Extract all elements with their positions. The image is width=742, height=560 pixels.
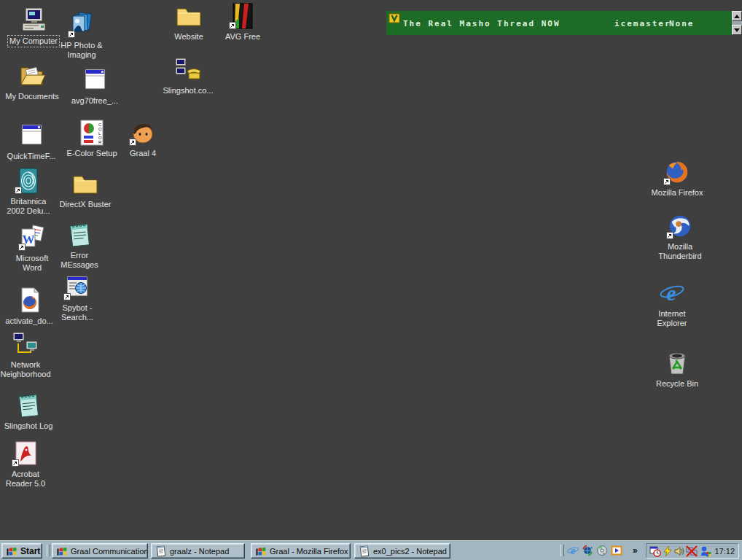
taskbar-window-button[interactable]: ex0_pics2 - Notepad bbox=[354, 543, 450, 559]
desktop-icon-label: Mozilla Thunderbird bbox=[657, 241, 703, 262]
desktop-icon-avg-free[interactable]: AVG Free bbox=[214, 1, 272, 42]
desktop-icon-internet-explorer[interactable]: eInternet Explorer bbox=[643, 279, 701, 329]
desktop-icon-label: HP Photo & Imaging bbox=[59, 40, 104, 61]
notepad-file-icon bbox=[359, 545, 370, 557]
recycle-icon bbox=[663, 349, 692, 376]
desktop-icon-avg70free[interactable]: avg70free_... bbox=[66, 66, 124, 106]
lightning-icon[interactable] bbox=[662, 545, 673, 557]
svg-text:e: e bbox=[666, 281, 676, 305]
taskbar-window-button[interactable]: graalz - Notepad bbox=[151, 543, 245, 559]
ticker-scrollbar[interactable] bbox=[732, 11, 742, 35]
taskbar-clock[interactable]: 17:12 bbox=[714, 547, 735, 556]
svg-text:e: e bbox=[571, 545, 575, 556]
notepad-file-icon bbox=[155, 545, 167, 557]
desktop-icon-label: Graal 4 bbox=[128, 148, 157, 159]
shortcut-arrow-icon bbox=[129, 139, 136, 146]
ticker-logo-icon bbox=[388, 12, 401, 24]
desktop-icon-website[interactable]: Website bbox=[160, 1, 218, 42]
globe-icon[interactable] bbox=[582, 545, 593, 556]
desktop-icon-mozilla-firefox[interactable]: Mozilla Firefox bbox=[648, 158, 706, 198]
taskbar-window-title: graalz - Notepad bbox=[170, 547, 229, 556]
desktop-icon-quicktimef[interactable]: QuickTimeF... bbox=[2, 121, 60, 162]
desktop-icon-label: Internet Explorer bbox=[656, 308, 689, 329]
desktop-icon-label: Britannica 2002 Delu... bbox=[5, 196, 51, 217]
desktop-icon-slingshot-log[interactable]: Slingshot Log bbox=[0, 391, 58, 432]
desktop-icon-label: Error MEssages bbox=[59, 250, 99, 271]
desktop-icon-label: QuickTimeF... bbox=[6, 151, 58, 162]
svg-text:R: R bbox=[98, 140, 102, 144]
firefox-icon bbox=[663, 158, 691, 185]
desktop-icon-mozilla-thunderbird[interactable]: Mozilla Thunderbird bbox=[651, 211, 709, 262]
ticker-status: None bbox=[669, 19, 695, 28]
computer-icon bbox=[19, 6, 48, 34]
thunderbird-icon bbox=[666, 211, 694, 239]
desktop-icon-britannica[interactable]: Britannica 2002 Delu... bbox=[0, 166, 58, 217]
desktop-icon-error-messages[interactable]: Error MEssages bbox=[50, 220, 109, 271]
start-button[interactable]: Start bbox=[1, 543, 42, 559]
desktop-icon-label: My Computer bbox=[8, 36, 59, 47]
desktop-icon-label: Network Neighborhood bbox=[0, 359, 52, 380]
desktop-icon-label: Website bbox=[173, 31, 205, 42]
shortcut-arrow-icon bbox=[666, 232, 673, 239]
taskbar-window-title: Graal Communication ... bbox=[71, 547, 148, 556]
shortcut-arrow-icon bbox=[229, 22, 236, 29]
ticker-window[interactable]: The Real Masho Thread NOW icemaster None bbox=[386, 11, 732, 35]
acrobat-icon bbox=[11, 439, 40, 467]
shortcut-arrow-icon bbox=[15, 187, 22, 194]
desktop-icon-label: Recycle Bin bbox=[655, 378, 700, 389]
network-offline-icon[interactable] bbox=[686, 545, 698, 557]
desktop-icon-acrobat-reader[interactable]: Acrobat Reader 5.0 bbox=[0, 439, 55, 489]
shortcut-arrow-icon bbox=[18, 244, 26, 251]
ticker-title: The Real Masho Thread NOW bbox=[403, 19, 561, 28]
graal-icon bbox=[128, 118, 157, 146]
internet-explorer-small-icon[interactable]: e bbox=[567, 545, 579, 556]
desktop: My ComputerHP Photo & ImagingWebsiteAVG … bbox=[0, 0, 742, 560]
desktop-icon-label: Acrobat Reader 5.0 bbox=[4, 469, 47, 489]
desktop-icon-label: E-Color Setup bbox=[65, 148, 118, 159]
desktop-icon-label: Slingshot.co... bbox=[161, 85, 214, 96]
desktop-icon-label: Microsoft Word bbox=[15, 253, 50, 273]
desktop-icon-label: DirectX Buster bbox=[58, 199, 113, 210]
desktop-icon-slingshot-co[interactable]: Slingshot.co... bbox=[159, 55, 217, 96]
folder-closed-icon bbox=[71, 169, 100, 197]
britannica-icon bbox=[14, 166, 43, 194]
down-arrow-icon bbox=[734, 28, 740, 32]
shortcut-arrow-icon bbox=[663, 178, 671, 185]
avg-icon bbox=[228, 1, 257, 29]
shortcut-arrow-icon bbox=[12, 459, 19, 467]
taskbar-window-title: Graal - Mozilla Firefox bbox=[270, 547, 348, 556]
desktop-icon-graal-4[interactable]: Graal 4 bbox=[114, 118, 172, 159]
desktop-icon-hp-photo-imaging[interactable]: HP Photo & Imaging bbox=[52, 10, 111, 61]
desktop-icon-label: Mozilla Firefox bbox=[650, 187, 705, 198]
notepad-icon bbox=[14, 391, 43, 419]
ecolor-icon: COLOR bbox=[77, 118, 106, 146]
desktop-icon-network-neighborhood[interactable]: Network Neighborhood bbox=[0, 330, 55, 380]
messenger-icon[interactable] bbox=[700, 545, 711, 557]
desktop-icon-recycle-bin[interactable]: Recycle Bin bbox=[648, 349, 706, 389]
desktop-icon-label: activate_do... bbox=[4, 316, 54, 327]
windows-flag-icon bbox=[56, 545, 68, 557]
task-scheduler-icon[interactable] bbox=[649, 545, 661, 557]
desktop-icon-label: avg70free_... bbox=[70, 96, 120, 106]
taskbar-window-button[interactable]: Graal - Mozilla Firefox bbox=[251, 543, 351, 559]
desktop-icon-directx-buster[interactable]: DirectX Buster bbox=[56, 169, 114, 210]
desktop-icon-spybot[interactable]: Spybot - Search... bbox=[48, 273, 106, 323]
taskbar-window-button[interactable]: Graal Communication ... bbox=[52, 543, 148, 559]
hp-photo-icon bbox=[67, 10, 96, 38]
cd-icon[interactable] bbox=[596, 545, 608, 556]
desktop-icon-e-color-setup[interactable]: COLORE-Color Setup bbox=[63, 118, 121, 159]
volume-icon[interactable] bbox=[673, 545, 685, 557]
ticker-username: icemaster bbox=[614, 19, 671, 28]
start-label: Start bbox=[20, 546, 40, 556]
desktop-icon-my-documents[interactable]: My Documents bbox=[3, 61, 61, 102]
ie-icon: e bbox=[657, 279, 687, 306]
windows-flag-icon bbox=[255, 545, 267, 557]
quicklaunch-gripper[interactable] bbox=[561, 545, 564, 556]
media-player-icon[interactable] bbox=[611, 545, 622, 556]
taskbar-overflow-chevron[interactable]: » bbox=[633, 545, 638, 556]
desktop-icon-label: Slingshot Log bbox=[3, 421, 55, 432]
desktop-icon-label: My Documents bbox=[4, 91, 60, 102]
scroll-down-button[interactable] bbox=[732, 25, 742, 35]
scroll-up-button[interactable] bbox=[732, 11, 742, 21]
toolbar-gripper[interactable] bbox=[47, 545, 50, 556]
